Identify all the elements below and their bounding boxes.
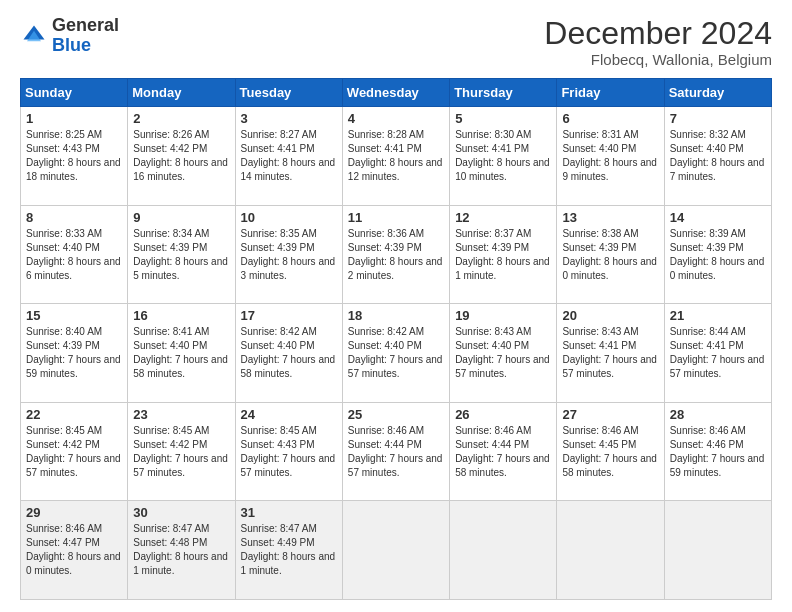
calendar-week-row: 1Sunrise: 8:25 AMSunset: 4:43 PMDaylight… bbox=[21, 107, 772, 206]
day-header-saturday: Saturday bbox=[664, 79, 771, 107]
day-number: 19 bbox=[455, 308, 551, 323]
logo-text: General Blue bbox=[52, 16, 119, 56]
cell-details: Sunrise: 8:36 AMSunset: 4:39 PMDaylight:… bbox=[348, 227, 444, 283]
cell-details: Sunrise: 8:35 AMSunset: 4:39 PMDaylight:… bbox=[241, 227, 337, 283]
calendar-cell: 8Sunrise: 8:33 AMSunset: 4:40 PMDaylight… bbox=[21, 205, 128, 304]
day-number: 17 bbox=[241, 308, 337, 323]
calendar-week-row: 15Sunrise: 8:40 AMSunset: 4:39 PMDayligh… bbox=[21, 304, 772, 403]
day-number: 14 bbox=[670, 210, 766, 225]
day-number: 4 bbox=[348, 111, 444, 126]
cell-details: Sunrise: 8:45 AMSunset: 4:42 PMDaylight:… bbox=[26, 424, 122, 480]
day-number: 6 bbox=[562, 111, 658, 126]
cell-details: Sunrise: 8:37 AMSunset: 4:39 PMDaylight:… bbox=[455, 227, 551, 283]
day-number: 2 bbox=[133, 111, 229, 126]
calendar-cell: 16Sunrise: 8:41 AMSunset: 4:40 PMDayligh… bbox=[128, 304, 235, 403]
calendar-cell: 27Sunrise: 8:46 AMSunset: 4:45 PMDayligh… bbox=[557, 402, 664, 501]
calendar-cell: 26Sunrise: 8:46 AMSunset: 4:44 PMDayligh… bbox=[450, 402, 557, 501]
cell-details: Sunrise: 8:27 AMSunset: 4:41 PMDaylight:… bbox=[241, 128, 337, 184]
cell-details: Sunrise: 8:40 AMSunset: 4:39 PMDaylight:… bbox=[26, 325, 122, 381]
cell-details: Sunrise: 8:45 AMSunset: 4:42 PMDaylight:… bbox=[133, 424, 229, 480]
cell-details: Sunrise: 8:39 AMSunset: 4:39 PMDaylight:… bbox=[670, 227, 766, 283]
day-number: 11 bbox=[348, 210, 444, 225]
calendar-week-row: 8Sunrise: 8:33 AMSunset: 4:40 PMDaylight… bbox=[21, 205, 772, 304]
day-number: 8 bbox=[26, 210, 122, 225]
day-header-thursday: Thursday bbox=[450, 79, 557, 107]
day-number: 12 bbox=[455, 210, 551, 225]
calendar-cell: 25Sunrise: 8:46 AMSunset: 4:44 PMDayligh… bbox=[342, 402, 449, 501]
day-number: 23 bbox=[133, 407, 229, 422]
calendar-cell: 19Sunrise: 8:43 AMSunset: 4:40 PMDayligh… bbox=[450, 304, 557, 403]
day-number: 1 bbox=[26, 111, 122, 126]
cell-details: Sunrise: 8:33 AMSunset: 4:40 PMDaylight:… bbox=[26, 227, 122, 283]
calendar-cell bbox=[342, 501, 449, 600]
calendar-cell: 4Sunrise: 8:28 AMSunset: 4:41 PMDaylight… bbox=[342, 107, 449, 206]
cell-details: Sunrise: 8:42 AMSunset: 4:40 PMDaylight:… bbox=[241, 325, 337, 381]
day-number: 21 bbox=[670, 308, 766, 323]
cell-details: Sunrise: 8:47 AMSunset: 4:48 PMDaylight:… bbox=[133, 522, 229, 578]
calendar-table: SundayMondayTuesdayWednesdayThursdayFrid… bbox=[20, 78, 772, 600]
day-number: 15 bbox=[26, 308, 122, 323]
day-number: 7 bbox=[670, 111, 766, 126]
calendar-cell: 10Sunrise: 8:35 AMSunset: 4:39 PMDayligh… bbox=[235, 205, 342, 304]
day-number: 9 bbox=[133, 210, 229, 225]
calendar-cell bbox=[664, 501, 771, 600]
calendar-cell: 15Sunrise: 8:40 AMSunset: 4:39 PMDayligh… bbox=[21, 304, 128, 403]
title-block: December 2024 Flobecq, Wallonia, Belgium bbox=[544, 16, 772, 68]
cell-details: Sunrise: 8:46 AMSunset: 4:46 PMDaylight:… bbox=[670, 424, 766, 480]
calendar-cell: 14Sunrise: 8:39 AMSunset: 4:39 PMDayligh… bbox=[664, 205, 771, 304]
calendar-cell: 6Sunrise: 8:31 AMSunset: 4:40 PMDaylight… bbox=[557, 107, 664, 206]
cell-details: Sunrise: 8:43 AMSunset: 4:40 PMDaylight:… bbox=[455, 325, 551, 381]
calendar-cell: 5Sunrise: 8:30 AMSunset: 4:41 PMDaylight… bbox=[450, 107, 557, 206]
calendar-cell: 12Sunrise: 8:37 AMSunset: 4:39 PMDayligh… bbox=[450, 205, 557, 304]
cell-details: Sunrise: 8:46 AMSunset: 4:44 PMDaylight:… bbox=[348, 424, 444, 480]
cell-details: Sunrise: 8:43 AMSunset: 4:41 PMDaylight:… bbox=[562, 325, 658, 381]
cell-details: Sunrise: 8:32 AMSunset: 4:40 PMDaylight:… bbox=[670, 128, 766, 184]
calendar-header-row: SundayMondayTuesdayWednesdayThursdayFrid… bbox=[21, 79, 772, 107]
day-number: 24 bbox=[241, 407, 337, 422]
day-number: 16 bbox=[133, 308, 229, 323]
day-number: 31 bbox=[241, 505, 337, 520]
day-number: 22 bbox=[26, 407, 122, 422]
logo-general-text: General bbox=[52, 15, 119, 35]
day-number: 18 bbox=[348, 308, 444, 323]
calendar-cell: 18Sunrise: 8:42 AMSunset: 4:40 PMDayligh… bbox=[342, 304, 449, 403]
cell-details: Sunrise: 8:44 AMSunset: 4:41 PMDaylight:… bbox=[670, 325, 766, 381]
calendar-cell: 11Sunrise: 8:36 AMSunset: 4:39 PMDayligh… bbox=[342, 205, 449, 304]
cell-details: Sunrise: 8:46 AMSunset: 4:47 PMDaylight:… bbox=[26, 522, 122, 578]
day-number: 29 bbox=[26, 505, 122, 520]
cell-details: Sunrise: 8:25 AMSunset: 4:43 PMDaylight:… bbox=[26, 128, 122, 184]
calendar-cell: 2Sunrise: 8:26 AMSunset: 4:42 PMDaylight… bbox=[128, 107, 235, 206]
day-number: 26 bbox=[455, 407, 551, 422]
calendar-week-row: 22Sunrise: 8:45 AMSunset: 4:42 PMDayligh… bbox=[21, 402, 772, 501]
logo-blue-text: Blue bbox=[52, 35, 91, 55]
calendar-cell: 9Sunrise: 8:34 AMSunset: 4:39 PMDaylight… bbox=[128, 205, 235, 304]
calendar-cell: 23Sunrise: 8:45 AMSunset: 4:42 PMDayligh… bbox=[128, 402, 235, 501]
cell-details: Sunrise: 8:42 AMSunset: 4:40 PMDaylight:… bbox=[348, 325, 444, 381]
calendar-cell: 29Sunrise: 8:46 AMSunset: 4:47 PMDayligh… bbox=[21, 501, 128, 600]
calendar-cell bbox=[557, 501, 664, 600]
cell-details: Sunrise: 8:41 AMSunset: 4:40 PMDaylight:… bbox=[133, 325, 229, 381]
day-header-friday: Friday bbox=[557, 79, 664, 107]
location-subtitle: Flobecq, Wallonia, Belgium bbox=[544, 51, 772, 68]
day-number: 28 bbox=[670, 407, 766, 422]
day-number: 25 bbox=[348, 407, 444, 422]
day-number: 3 bbox=[241, 111, 337, 126]
cell-details: Sunrise: 8:34 AMSunset: 4:39 PMDaylight:… bbox=[133, 227, 229, 283]
calendar-cell: 20Sunrise: 8:43 AMSunset: 4:41 PMDayligh… bbox=[557, 304, 664, 403]
logo-icon bbox=[20, 22, 48, 50]
header: General Blue December 2024 Flobecq, Wall… bbox=[20, 16, 772, 68]
cell-details: Sunrise: 8:28 AMSunset: 4:41 PMDaylight:… bbox=[348, 128, 444, 184]
calendar-cell: 30Sunrise: 8:47 AMSunset: 4:48 PMDayligh… bbox=[128, 501, 235, 600]
calendar-cell: 31Sunrise: 8:47 AMSunset: 4:49 PMDayligh… bbox=[235, 501, 342, 600]
cell-details: Sunrise: 8:38 AMSunset: 4:39 PMDaylight:… bbox=[562, 227, 658, 283]
calendar-cell: 13Sunrise: 8:38 AMSunset: 4:39 PMDayligh… bbox=[557, 205, 664, 304]
calendar-week-row: 29Sunrise: 8:46 AMSunset: 4:47 PMDayligh… bbox=[21, 501, 772, 600]
cell-details: Sunrise: 8:46 AMSunset: 4:44 PMDaylight:… bbox=[455, 424, 551, 480]
day-number: 5 bbox=[455, 111, 551, 126]
calendar-cell: 1Sunrise: 8:25 AMSunset: 4:43 PMDaylight… bbox=[21, 107, 128, 206]
calendar-cell: 7Sunrise: 8:32 AMSunset: 4:40 PMDaylight… bbox=[664, 107, 771, 206]
cell-details: Sunrise: 8:47 AMSunset: 4:49 PMDaylight:… bbox=[241, 522, 337, 578]
day-header-tuesday: Tuesday bbox=[235, 79, 342, 107]
day-number: 10 bbox=[241, 210, 337, 225]
cell-details: Sunrise: 8:46 AMSunset: 4:45 PMDaylight:… bbox=[562, 424, 658, 480]
